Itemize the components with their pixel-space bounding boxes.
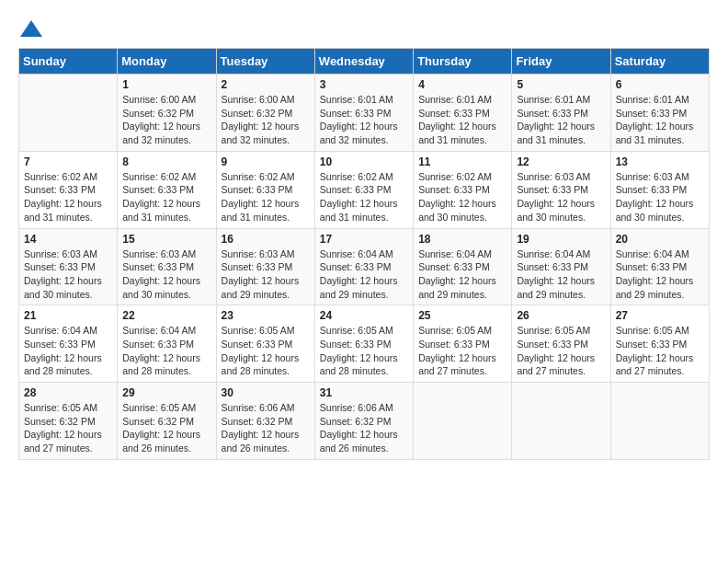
day-number: 26 <box>517 309 605 322</box>
day-number: 11 <box>418 155 506 168</box>
day-info: Sunrise: 6:03 AM Sunset: 6:33 PM Dayligh… <box>222 247 310 302</box>
day-number: 9 <box>222 155 310 168</box>
calendar-cell: 1Sunrise: 6:00 AM Sunset: 6:32 PM Daylig… <box>118 75 216 152</box>
day-info: Sunrise: 6:03 AM Sunset: 6:33 PM Dayligh… <box>122 247 210 302</box>
day-number: 29 <box>122 386 210 399</box>
day-number: 13 <box>616 155 704 168</box>
calendar-cell: 25Sunrise: 6:05 AM Sunset: 6:33 PM Dayli… <box>414 305 512 383</box>
day-info: Sunrise: 6:06 AM Sunset: 6:32 PM Dayligh… <box>320 401 408 455</box>
header-sunday: Sunday <box>19 49 118 75</box>
day-number: 22 <box>122 309 210 322</box>
calendar-cell: 11Sunrise: 6:02 AM Sunset: 6:33 PM Dayli… <box>414 151 512 228</box>
day-info: Sunrise: 6:05 AM Sunset: 6:33 PM Dayligh… <box>320 324 408 378</box>
calendar-table: SundayMondayTuesdayWednesdayThursdayFrid… <box>18 48 710 460</box>
day-number: 14 <box>24 233 112 246</box>
logo <box>18 18 48 39</box>
day-info: Sunrise: 6:05 AM Sunset: 6:33 PM Dayligh… <box>517 324 605 378</box>
day-info: Sunrise: 6:02 AM Sunset: 6:33 PM Dayligh… <box>122 170 210 224</box>
day-number: 2 <box>222 78 310 91</box>
day-info: Sunrise: 6:00 AM Sunset: 6:32 PM Dayligh… <box>122 93 210 147</box>
calendar-cell: 27Sunrise: 6:05 AM Sunset: 6:33 PM Dayli… <box>610 305 709 383</box>
day-number: 20 <box>616 233 704 246</box>
day-info: Sunrise: 6:05 AM Sunset: 6:33 PM Dayligh… <box>418 324 506 378</box>
svg-marker-0 <box>20 20 42 37</box>
day-number: 3 <box>320 78 408 91</box>
calendar-cell: 15Sunrise: 6:03 AM Sunset: 6:33 PM Dayli… <box>118 228 216 305</box>
calendar-cell <box>512 383 610 460</box>
page-header <box>18 18 710 39</box>
calendar-cell: 6Sunrise: 6:01 AM Sunset: 6:33 PM Daylig… <box>610 75 709 152</box>
header-saturday: Saturday <box>610 49 709 75</box>
calendar-cell: 17Sunrise: 6:04 AM Sunset: 6:33 PM Dayli… <box>314 228 413 305</box>
calendar-cell <box>414 383 512 460</box>
day-number: 24 <box>320 309 408 322</box>
day-info: Sunrise: 6:06 AM Sunset: 6:32 PM Dayligh… <box>222 401 310 455</box>
calendar-cell: 20Sunrise: 6:04 AM Sunset: 6:33 PM Dayli… <box>610 228 709 305</box>
day-info: Sunrise: 6:04 AM Sunset: 6:33 PM Dayligh… <box>418 247 506 302</box>
calendar-cell: 22Sunrise: 6:04 AM Sunset: 6:33 PM Dayli… <box>118 305 216 383</box>
day-info: Sunrise: 6:01 AM Sunset: 6:33 PM Dayligh… <box>418 93 506 147</box>
day-number: 4 <box>418 78 506 91</box>
week-row-5: 28Sunrise: 6:05 AM Sunset: 6:32 PM Dayli… <box>19 383 710 460</box>
day-number: 16 <box>222 233 310 246</box>
day-number: 1 <box>122 78 210 91</box>
calendar-cell: 18Sunrise: 6:04 AM Sunset: 6:33 PM Dayli… <box>414 228 512 305</box>
week-row-1: 1Sunrise: 6:00 AM Sunset: 6:32 PM Daylig… <box>19 75 710 152</box>
day-number: 31 <box>320 386 408 399</box>
day-info: Sunrise: 6:03 AM Sunset: 6:33 PM Dayligh… <box>517 170 605 224</box>
day-info: Sunrise: 6:01 AM Sunset: 6:33 PM Dayligh… <box>616 93 704 147</box>
day-info: Sunrise: 6:05 AM Sunset: 6:32 PM Dayligh… <box>24 401 112 455</box>
day-number: 6 <box>616 78 704 91</box>
calendar-cell: 26Sunrise: 6:05 AM Sunset: 6:33 PM Dayli… <box>512 305 610 383</box>
calendar-cell <box>19 75 118 152</box>
calendar-cell: 7Sunrise: 6:02 AM Sunset: 6:33 PM Daylig… <box>19 151 118 228</box>
day-info: Sunrise: 6:04 AM Sunset: 6:33 PM Dayligh… <box>320 247 408 302</box>
day-number: 30 <box>222 386 310 399</box>
day-number: 17 <box>320 233 408 246</box>
calendar-cell: 13Sunrise: 6:03 AM Sunset: 6:33 PM Dayli… <box>610 151 709 228</box>
day-info: Sunrise: 6:03 AM Sunset: 6:33 PM Dayligh… <box>616 170 704 224</box>
week-row-2: 7Sunrise: 6:02 AM Sunset: 6:33 PM Daylig… <box>19 151 710 228</box>
day-number: 27 <box>616 309 704 322</box>
day-info: Sunrise: 6:02 AM Sunset: 6:33 PM Dayligh… <box>222 170 310 224</box>
day-number: 25 <box>418 309 506 322</box>
header-thursday: Thursday <box>414 49 512 75</box>
day-info: Sunrise: 6:02 AM Sunset: 6:33 PM Dayligh… <box>418 170 506 224</box>
header-monday: Monday <box>118 49 216 75</box>
header-row: SundayMondayTuesdayWednesdayThursdayFrid… <box>19 49 710 75</box>
calendar-cell: 30Sunrise: 6:06 AM Sunset: 6:32 PM Dayli… <box>216 383 314 460</box>
day-info: Sunrise: 6:05 AM Sunset: 6:33 PM Dayligh… <box>222 324 310 378</box>
calendar-cell: 14Sunrise: 6:03 AM Sunset: 6:33 PM Dayli… <box>19 228 118 305</box>
calendar-cell: 23Sunrise: 6:05 AM Sunset: 6:33 PM Dayli… <box>216 305 314 383</box>
header-wednesday: Wednesday <box>314 49 413 75</box>
calendar-cell: 3Sunrise: 6:01 AM Sunset: 6:33 PM Daylig… <box>314 75 413 152</box>
calendar-cell: 5Sunrise: 6:01 AM Sunset: 6:33 PM Daylig… <box>512 75 610 152</box>
day-info: Sunrise: 6:02 AM Sunset: 6:33 PM Dayligh… <box>320 170 408 224</box>
day-number: 12 <box>517 155 605 168</box>
calendar-cell: 19Sunrise: 6:04 AM Sunset: 6:33 PM Dayli… <box>512 228 610 305</box>
day-info: Sunrise: 6:05 AM Sunset: 6:33 PM Dayligh… <box>616 324 704 378</box>
day-info: Sunrise: 6:04 AM Sunset: 6:33 PM Dayligh… <box>24 324 112 378</box>
day-info: Sunrise: 6:01 AM Sunset: 6:33 PM Dayligh… <box>517 93 605 147</box>
calendar-cell: 24Sunrise: 6:05 AM Sunset: 6:33 PM Dayli… <box>314 305 413 383</box>
calendar-cell: 9Sunrise: 6:02 AM Sunset: 6:33 PM Daylig… <box>216 151 314 228</box>
day-number: 28 <box>24 386 112 399</box>
day-number: 8 <box>122 155 210 168</box>
day-number: 21 <box>24 309 112 322</box>
week-row-4: 21Sunrise: 6:04 AM Sunset: 6:33 PM Dayli… <box>19 305 710 383</box>
day-info: Sunrise: 6:05 AM Sunset: 6:32 PM Dayligh… <box>122 401 210 455</box>
calendar-cell: 2Sunrise: 6:00 AM Sunset: 6:32 PM Daylig… <box>216 75 314 152</box>
day-info: Sunrise: 6:04 AM Sunset: 6:33 PM Dayligh… <box>122 324 210 378</box>
calendar-cell: 28Sunrise: 6:05 AM Sunset: 6:32 PM Dayli… <box>19 383 118 460</box>
logo-icon <box>18 18 44 39</box>
header-tuesday: Tuesday <box>216 49 314 75</box>
day-info: Sunrise: 6:02 AM Sunset: 6:33 PM Dayligh… <box>24 170 112 224</box>
calendar-cell: 8Sunrise: 6:02 AM Sunset: 6:33 PM Daylig… <box>118 151 216 228</box>
day-info: Sunrise: 6:00 AM Sunset: 6:32 PM Dayligh… <box>222 93 310 147</box>
calendar-cell: 4Sunrise: 6:01 AM Sunset: 6:33 PM Daylig… <box>414 75 512 152</box>
day-number: 10 <box>320 155 408 168</box>
day-number: 5 <box>517 78 605 91</box>
calendar-cell: 16Sunrise: 6:03 AM Sunset: 6:33 PM Dayli… <box>216 228 314 305</box>
day-info: Sunrise: 6:04 AM Sunset: 6:33 PM Dayligh… <box>517 247 605 302</box>
header-friday: Friday <box>512 49 610 75</box>
